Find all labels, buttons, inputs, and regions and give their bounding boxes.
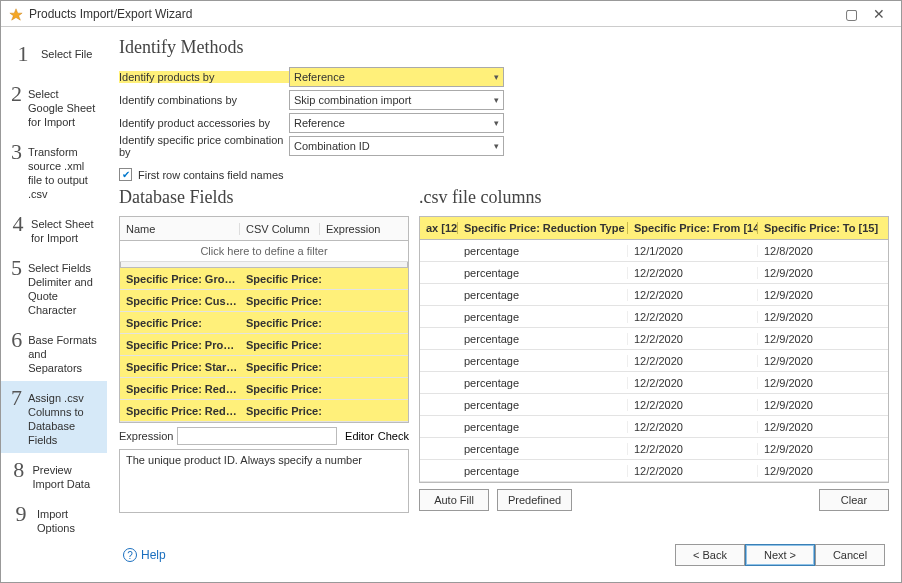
- csv-cell: 12/2/2020: [628, 421, 758, 433]
- expression-input[interactable]: [177, 427, 337, 445]
- step-label: Select Fields Delimiter and Quote Charac…: [28, 257, 97, 317]
- chevron-down-icon: ▾: [494, 118, 499, 128]
- col-name[interactable]: Name: [120, 223, 240, 235]
- wizard-step-9[interactable]: 9Import Options: [1, 497, 107, 541]
- csv-cell: percentage: [458, 289, 628, 301]
- csv-cell: 12/8/2020: [758, 245, 888, 257]
- identify-select[interactable]: Skip combination import▾: [289, 90, 504, 110]
- csv-cell: percentage: [458, 333, 628, 345]
- csv-row[interactable]: percentage12/2/202012/9/2020: [420, 394, 888, 416]
- autofill-button[interactable]: Auto Fill: [419, 489, 489, 511]
- csv-columns-heading: .csv file columns: [419, 187, 889, 208]
- csv-col-15[interactable]: Specific Price: To [15]: [758, 222, 888, 234]
- maximize-icon[interactable]: ▢: [837, 6, 865, 22]
- dbfield-csv: Specific Price:: [240, 383, 408, 395]
- step-label: Select Sheet for Import: [31, 213, 97, 245]
- csv-cell: 12/9/2020: [758, 399, 888, 411]
- cancel-button[interactable]: Cancel: [815, 544, 885, 566]
- wizard-step-6[interactable]: 6Base Formats and Separators: [1, 323, 107, 381]
- csv-cell: 12/2/2020: [628, 355, 758, 367]
- database-fields-heading: Database Fields: [119, 187, 409, 208]
- csv-cell: percentage: [458, 465, 628, 477]
- identify-row: Identify specific price combination byCo…: [119, 135, 889, 157]
- clear-button[interactable]: Clear: [819, 489, 889, 511]
- step-number: 4: [11, 213, 25, 235]
- csv-cell: percentage: [458, 421, 628, 433]
- wizard-step-1[interactable]: 1Select File: [1, 37, 107, 77]
- csv-col-13[interactable]: Specific Price: Reduction Type [13]: [458, 222, 628, 234]
- help-icon: ?: [123, 548, 137, 562]
- csv-row[interactable]: percentage12/2/202012/9/2020: [420, 328, 888, 350]
- step-number: 6: [11, 329, 22, 351]
- step-label: Select File: [41, 43, 92, 61]
- csv-row[interactable]: percentage12/2/202012/9/2020: [420, 262, 888, 284]
- dbfield-row[interactable]: Specific Price: ReductionSpecific Price:: [120, 400, 408, 422]
- step-number: 7: [11, 387, 22, 409]
- close-icon[interactable]: ✕: [865, 6, 893, 22]
- dbfield-csv: Specific Price:: [240, 405, 408, 417]
- wizard-step-8[interactable]: 8Preview Import Data: [1, 453, 107, 497]
- back-button[interactable]: < Back: [675, 544, 745, 566]
- identify-label: Identify products by: [119, 71, 289, 83]
- identify-select[interactable]: Reference▾: [289, 67, 504, 87]
- csv-row[interactable]: percentage12/2/202012/9/2020: [420, 306, 888, 328]
- wizard-step-4[interactable]: 4Select Sheet for Import: [1, 207, 107, 251]
- step-number: 9: [11, 503, 31, 525]
- dbfield-name: Specific Price:: [120, 317, 240, 329]
- check-link[interactable]: Check: [378, 430, 409, 442]
- csv-row[interactable]: percentage12/2/202012/9/2020: [420, 372, 888, 394]
- identify-select[interactable]: Reference▾: [289, 113, 504, 133]
- dbfield-name: Specific Price: Group ID: [120, 273, 240, 285]
- csv-row[interactable]: percentage12/2/202012/9/2020: [420, 350, 888, 372]
- editor-link[interactable]: Editor: [345, 430, 374, 442]
- csv-row[interactable]: percentage12/2/202012/9/2020: [420, 460, 888, 482]
- checkbox-icon: ✔: [119, 168, 132, 181]
- step-label: Assign .csv Columns to Database Fields: [28, 387, 97, 447]
- csv-header-row: ax [12] Specific Price: Reduction Type […: [419, 216, 889, 240]
- first-row-checkbox[interactable]: ✔ First row contains field names: [119, 168, 889, 181]
- next-button[interactable]: Next >: [745, 544, 815, 566]
- csv-cell: 12/9/2020: [758, 465, 888, 477]
- predefined-button[interactable]: Predefined: [497, 489, 572, 511]
- step-number: 3: [11, 141, 22, 163]
- dbfield-row[interactable]: Specific Price: Starting AtSpecific Pric…: [120, 356, 408, 378]
- dbfield-row[interactable]: Specific Price:Specific Price:: [120, 312, 408, 334]
- col-expr[interactable]: Expression: [320, 223, 408, 235]
- csv-row[interactable]: percentage12/2/202012/9/2020: [420, 438, 888, 460]
- dbfield-row[interactable]: Specific Price: Group IDSpecific Price:: [120, 268, 408, 290]
- dbfield-row[interactable]: Specific Price: ReductionSpecific Price:: [120, 378, 408, 400]
- csv-row[interactable]: percentage12/2/202012/9/2020: [420, 284, 888, 306]
- csv-cell: 12/1/2020: [628, 245, 758, 257]
- dbfield-csv: Specific Price:: [240, 317, 408, 329]
- h-scroll[interactable]: [120, 262, 408, 268]
- step-number: 8: [11, 459, 27, 481]
- svg-marker-0: [10, 8, 22, 19]
- csv-col-14[interactable]: Specific Price: From [14]: [628, 222, 758, 234]
- csv-cell: 12/2/2020: [628, 443, 758, 455]
- dbfield-csv: Specific Price:: [240, 339, 408, 351]
- col-csv[interactable]: CSV Column: [240, 223, 320, 235]
- csv-cell: percentage: [458, 443, 628, 455]
- dbfield-row[interactable]: Specific Price: ProductSpecific Price:: [120, 334, 408, 356]
- identify-select[interactable]: Combination ID▾: [289, 136, 504, 156]
- csv-cell: 12/2/2020: [628, 465, 758, 477]
- wizard-step-7[interactable]: 7Assign .csv Columns to Database Fields: [1, 381, 107, 453]
- filter-bar[interactable]: Click here to define a filter: [120, 241, 408, 262]
- csv-cell: 12/2/2020: [628, 399, 758, 411]
- csv-row[interactable]: percentage12/2/202012/9/2020: [420, 416, 888, 438]
- csv-col-12[interactable]: ax [12]: [420, 222, 458, 234]
- csv-row[interactable]: percentage12/1/202012/8/2020: [420, 240, 888, 262]
- chevron-down-icon: ▾: [494, 72, 499, 82]
- wizard-step-2[interactable]: 2Select Google Sheet for Import: [1, 77, 107, 135]
- csv-cell: 12/9/2020: [758, 289, 888, 301]
- dbfield-row[interactable]: Specific Price: CustomerSpecific Price:: [120, 290, 408, 312]
- csv-cell: 12/9/2020: [758, 311, 888, 323]
- step-number: 5: [11, 257, 22, 279]
- wizard-step-5[interactable]: 5Select Fields Delimiter and Quote Chara…: [1, 251, 107, 323]
- step-label: Select Google Sheet for Import: [28, 83, 97, 129]
- wizard-step-3[interactable]: 3Transform source .xml file to output .c…: [1, 135, 107, 207]
- csv-cell: 12/2/2020: [628, 311, 758, 323]
- step-label: Base Formats and Separators: [28, 329, 97, 375]
- help-link[interactable]: ? Help: [123, 548, 166, 562]
- wizard-steps-sidebar: 1Select File2Select Google Sheet for Imp…: [1, 27, 107, 582]
